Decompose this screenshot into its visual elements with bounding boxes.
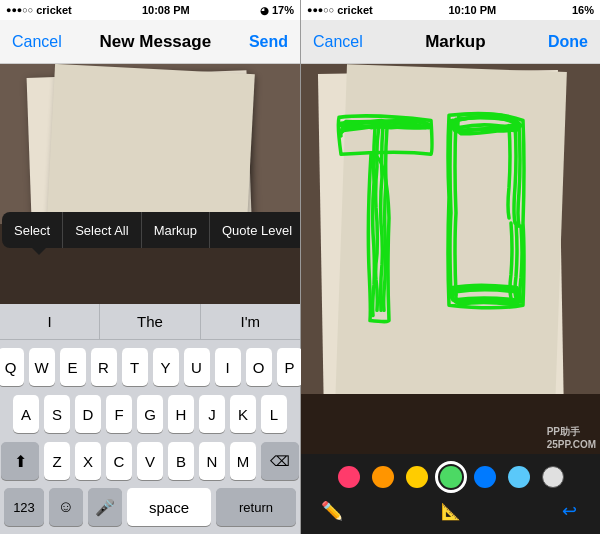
key-d[interactable]: D	[75, 395, 101, 433]
right-panel: ●●●○○ cricket 10:10 PM 16% Cancel Markup…	[301, 0, 600, 534]
carrier-right: ●●●○○ cricket	[307, 4, 373, 16]
key-r[interactable]: R	[91, 348, 117, 386]
key-y[interactable]: Y	[153, 348, 179, 386]
signal-dots-left: ●●●○○	[6, 5, 33, 15]
delete-key[interactable]: ⌫	[261, 442, 299, 480]
watermark-site: 25PP.COM	[547, 439, 596, 450]
keyboard-row-3: ⬆ Z X C V B N M ⌫	[4, 442, 296, 480]
color-dot-yellow[interactable]	[406, 466, 428, 488]
carrier-name-right: cricket	[337, 4, 372, 16]
markup-toolbar: ✏️ 📐 ↩	[301, 454, 600, 534]
status-bar-right: ●●●○○ cricket 10:10 PM 16%	[301, 0, 600, 20]
key-i[interactable]: I	[215, 348, 241, 386]
key-f[interactable]: F	[106, 395, 132, 433]
signal-dots-right: ●●●○○	[307, 5, 334, 15]
send-button[interactable]: Send	[249, 33, 288, 51]
context-menu: Select Select All Markup Quote Level ▶	[2, 212, 300, 248]
key-c[interactable]: C	[106, 442, 132, 480]
autocomplete-im[interactable]: I'm	[201, 304, 300, 339]
battery-right: 16%	[572, 4, 594, 16]
key-a[interactable]: A	[13, 395, 39, 433]
nav-bar-right: Cancel Markup Done	[301, 20, 600, 64]
keyboard-bottom-row: 123 ☺ 🎤 space return	[0, 484, 300, 530]
color-dot-pink[interactable]	[338, 466, 360, 488]
key-microphone[interactable]: 🎤	[88, 488, 122, 526]
key-emoji[interactable]: ☺	[49, 488, 83, 526]
bluetooth-icon: ◕	[260, 5, 269, 16]
markup-drawing	[301, 64, 600, 454]
keyboard-row-1: Q W E R T Y U I O P	[4, 348, 296, 386]
key-space[interactable]: space	[127, 488, 211, 526]
autocomplete-the[interactable]: The	[100, 304, 200, 339]
color-dot-blue[interactable]	[474, 466, 496, 488]
key-v[interactable]: V	[137, 442, 163, 480]
key-z[interactable]: Z	[44, 442, 70, 480]
carrier-left: ●●●○○ cricket	[6, 4, 72, 16]
key-b[interactable]: B	[168, 442, 194, 480]
color-dot-white[interactable]	[542, 466, 564, 488]
time-left: 10:08 PM	[142, 4, 190, 16]
left-panel: ●●●○○ cricket 10:08 PM ◕ 17% Cancel New …	[0, 0, 300, 534]
key-e[interactable]: E	[60, 348, 86, 386]
key-h[interactable]: H	[168, 395, 194, 433]
battery-percent-right: 16%	[572, 4, 594, 16]
color-dot-green[interactable]	[440, 466, 462, 488]
nav-bar-left: Cancel New Message Send	[0, 20, 300, 64]
keyboard-area: I The I'm Q W E R T Y U I O P A S D F	[0, 304, 300, 534]
markup-canvas[interactable]: PP助手 25PP.COM	[301, 64, 600, 454]
key-u[interactable]: U	[184, 348, 210, 386]
cancel-button-left[interactable]: Cancel	[12, 33, 62, 51]
key-x[interactable]: X	[75, 442, 101, 480]
watermark-app: PP助手	[547, 426, 580, 437]
markup-toolbar-bottom: ✏️ 📐 ↩	[301, 500, 600, 522]
done-button[interactable]: Done	[548, 33, 588, 51]
key-s[interactable]: S	[44, 395, 70, 433]
autocomplete-i[interactable]: I	[0, 304, 100, 339]
key-l[interactable]: L	[261, 395, 287, 433]
ruler-icon[interactable]: 📐	[436, 502, 466, 521]
key-o[interactable]: O	[246, 348, 272, 386]
carrier-name-left: cricket	[36, 4, 71, 16]
context-menu-quote-level[interactable]: Quote Level	[210, 212, 300, 248]
key-return[interactable]: return	[216, 488, 296, 526]
keyboard-rows: Q W E R T Y U I O P A S D F G H J K L	[0, 340, 300, 484]
key-num-123[interactable]: 123	[4, 488, 44, 526]
cancel-button-right[interactable]: Cancel	[313, 33, 363, 51]
keyboard-row-2: A S D F G H J K L	[4, 395, 296, 433]
key-j[interactable]: J	[199, 395, 225, 433]
watermark: PP助手 25PP.COM	[547, 425, 596, 450]
key-t[interactable]: T	[122, 348, 148, 386]
color-palette	[338, 466, 564, 488]
undo-icon[interactable]: ↩	[554, 500, 584, 522]
time-right: 10:10 PM	[448, 4, 496, 16]
key-n[interactable]: N	[199, 442, 225, 480]
color-dot-light-blue[interactable]	[508, 466, 530, 488]
context-menu-select-all[interactable]: Select All	[63, 212, 141, 248]
key-k[interactable]: K	[230, 395, 256, 433]
pen-tool-icon[interactable]: ✏️	[317, 500, 347, 522]
key-p[interactable]: P	[277, 348, 303, 386]
battery-left: ◕ 17%	[260, 4, 294, 16]
nav-title-left: New Message	[100, 32, 212, 52]
shift-key[interactable]: ⬆	[1, 442, 39, 480]
autocomplete-bar: I The I'm	[0, 304, 300, 340]
key-q[interactable]: Q	[0, 348, 24, 386]
status-bar-left: ●●●○○ cricket 10:08 PM ◕ 17%	[0, 0, 300, 20]
nav-title-right: Markup	[425, 32, 485, 52]
photo-area: Select Select All Markup Quote Level ▶	[0, 64, 300, 304]
context-menu-markup[interactable]: Markup	[142, 212, 210, 248]
key-g[interactable]: G	[137, 395, 163, 433]
context-menu-select[interactable]: Select	[2, 212, 63, 248]
color-dot-orange[interactable]	[372, 466, 394, 488]
key-m[interactable]: M	[230, 442, 256, 480]
battery-percent-left: 17%	[272, 4, 294, 16]
key-w[interactable]: W	[29, 348, 55, 386]
